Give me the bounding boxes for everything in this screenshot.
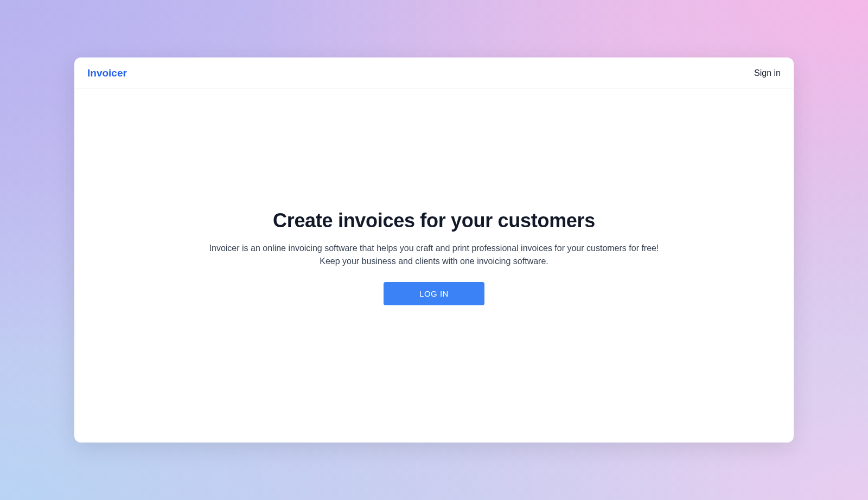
signin-link[interactable]: Sign in [754, 68, 781, 78]
main-content: Create invoices for your customers Invoi… [74, 88, 794, 443]
page-description: Invoicer is an online invoicing software… [209, 242, 659, 268]
login-button[interactable]: LOG IN [384, 282, 484, 305]
page-heading: Create invoices for your customers [273, 209, 595, 232]
logo[interactable]: Invoicer [87, 67, 127, 79]
app-card: Invoicer Sign in Create invoices for you… [74, 57, 794, 443]
header: Invoicer Sign in [74, 57, 794, 88]
